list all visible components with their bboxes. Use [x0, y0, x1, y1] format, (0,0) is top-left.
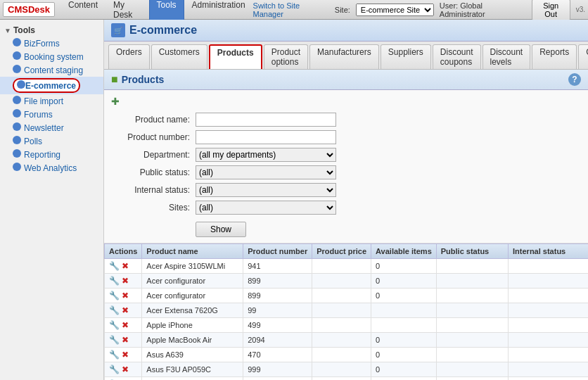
sidebar-item-file-import[interactable]: File import — [0, 94, 103, 108]
new-product-link[interactable]: ✚ — [111, 96, 581, 107]
sites-row: Sites: (all) — [111, 201, 581, 215]
sidebar-item-icon — [13, 136, 21, 146]
app-header: CMSDesk ContentMy DeskToolsAdministratio… — [0, 0, 588, 20]
sidebar-item-content-staging[interactable]: Content staging — [0, 63, 103, 77]
sidebar-item-icon — [13, 109, 21, 120]
internal-status-label: Internal status: — [111, 185, 196, 195]
product-name-cell: Canon Digital Rebel XTi — [142, 377, 243, 381]
product-price-cell — [312, 362, 371, 377]
product-name-cell: Apple iPhone — [142, 318, 243, 333]
sidebar-item-forums[interactable]: Forums — [0, 108, 103, 121]
public-status-row: Public status: (all) — [111, 165, 581, 179]
table-row: 🔧✖Apple MacBook Air20940True — [105, 333, 589, 348]
sidebar-item-newsletter[interactable]: Newsletter — [0, 121, 103, 134]
tab-suppliers[interactable]: Suppliers — [381, 44, 431, 69]
col-available-items: Available items — [371, 244, 437, 259]
internal-status-select[interactable]: (all) — [196, 183, 336, 197]
products-table-container: ActionsProduct nameProduct numberProduct… — [104, 243, 588, 380]
department-select[interactable]: (all my departments) — [196, 148, 336, 162]
main-layout: ▼ Tools BizFormsBooking systemContent st… — [0, 20, 588, 380]
tab-reports[interactable]: Reports — [532, 44, 577, 69]
tab-manufacturers[interactable]: Manufacturers — [309, 44, 379, 69]
show-button[interactable]: Show — [196, 222, 246, 237]
edit-icon[interactable]: 🔧 — [109, 291, 119, 300]
site-select[interactable]: E-commerce Site — [356, 4, 434, 16]
sidebar-item-polls[interactable]: Polls — [0, 134, 103, 148]
public-status-cell — [436, 362, 508, 377]
col-product-price: Product price — [312, 244, 371, 259]
switch-site-manager-link[interactable]: Switch to Site Manager — [253, 1, 329, 18]
actions-cell: 🔧✖ — [105, 274, 142, 289]
expand-icon: ▼ — [4, 27, 11, 34]
sidebar-item-icon — [13, 38, 21, 49]
product-name-input[interactable] — [196, 113, 336, 127]
sidebar-item-web-analytics[interactable]: Web Analytics — [0, 161, 103, 175]
delete-icon[interactable]: ✖ — [120, 276, 130, 286]
internal-status-cell — [509, 362, 588, 377]
tab-product-options[interactable]: Product options — [264, 44, 308, 69]
edit-icon[interactable]: 🔧 — [109, 335, 119, 345]
sidebar-item-e-commerce[interactable]: E-commerce — [0, 77, 103, 94]
public-status-label: Public status: — [111, 167, 196, 177]
delete-icon[interactable]: ✖ — [120, 305, 130, 315]
edit-icon[interactable]: 🔧 — [109, 261, 119, 271]
actions-cell: 🔧✖ — [105, 289, 142, 303]
tab-products[interactable]: Products — [209, 44, 262, 69]
edit-icon[interactable]: 🔧 — [109, 320, 119, 330]
delete-icon[interactable]: ✖ — [120, 350, 130, 360]
delete-icon[interactable]: ✖ — [120, 261, 130, 271]
sidebar-item-reporting[interactable]: Reporting — [0, 148, 103, 161]
product-name-cell: Asus A639 — [142, 348, 243, 362]
sign-out-button[interactable]: Sign Out — [532, 0, 570, 20]
edit-icon[interactable]: 🔧 — [109, 305, 119, 315]
tab-orders[interactable]: Orders — [108, 44, 150, 69]
public-status-cell — [436, 289, 508, 303]
sidebar-item-bizforms[interactable]: BizForms — [0, 37, 103, 50]
site-label: Site: — [335, 6, 350, 14]
delete-icon[interactable]: ✖ — [120, 291, 130, 300]
ecommerce-icon: 🛒 — [111, 23, 125, 37]
section-title: ■ Products — [111, 73, 164, 86]
table-row: 🔧✖Acer Extensa 7620G99True — [105, 303, 589, 318]
table-row: 🔧✖Asus A6394700True — [105, 348, 589, 362]
public-status-cell: Featured products — [436, 377, 508, 381]
edit-icon[interactable]: 🔧 — [109, 365, 119, 374]
form-area: ✚ Product name: Product number: Departme… — [104, 90, 588, 243]
tab-discount-levels[interactable]: Discount levels — [482, 44, 531, 69]
sites-select[interactable]: (all) — [196, 201, 336, 215]
col-internal-status: Internal status — [509, 244, 588, 259]
product-number-input[interactable] — [196, 130, 336, 144]
product-price-cell — [312, 318, 371, 333]
tab-customers[interactable]: Customers — [151, 44, 207, 69]
col-public-status: Public status — [436, 244, 508, 259]
delete-icon[interactable]: ✖ — [120, 320, 130, 330]
version-label: v3. — [576, 6, 585, 13]
available-items-cell: 0 — [371, 259, 437, 274]
product-name-cell: Acer configurator — [142, 289, 243, 303]
delete-icon[interactable]: ✖ — [120, 365, 130, 374]
product-number-cell: 899 — [243, 289, 312, 303]
sidebar-item-icon — [13, 122, 21, 133]
section-header: ■ Products ? — [104, 70, 588, 90]
public-status-cell — [436, 333, 508, 348]
product-number-cell: 999 — [243, 362, 312, 377]
delete-icon[interactable]: ✖ — [120, 335, 130, 345]
tab-discount-coupons[interactable]: Discount coupons — [433, 44, 481, 69]
sidebar-header[interactable]: ▼ Tools — [0, 24, 103, 37]
product-name-cell: Asus F3U AP059C — [142, 362, 243, 377]
public-status-cell — [436, 318, 508, 333]
sidebar-item-icon — [13, 163, 21, 173]
internal-status-cell — [509, 333, 588, 348]
product-name-cell: Acer configurator — [142, 274, 243, 289]
available-items-cell — [371, 303, 437, 318]
public-status-select[interactable]: (all) — [196, 165, 336, 179]
product-price-cell — [312, 303, 371, 318]
internal-status-cell — [509, 348, 588, 362]
table-row: 🔧✖Acer configurator8990True — [105, 274, 589, 289]
edit-icon[interactable]: 🔧 — [109, 276, 119, 286]
sidebar-item-booking-system[interactable]: Booking system — [0, 50, 103, 63]
edit-icon[interactable]: 🔧 — [109, 350, 119, 360]
help-button[interactable]: ? — [568, 73, 581, 86]
internal-status-cell — [509, 303, 588, 318]
tab-configuration[interactable]: Configuration — [578, 44, 588, 69]
